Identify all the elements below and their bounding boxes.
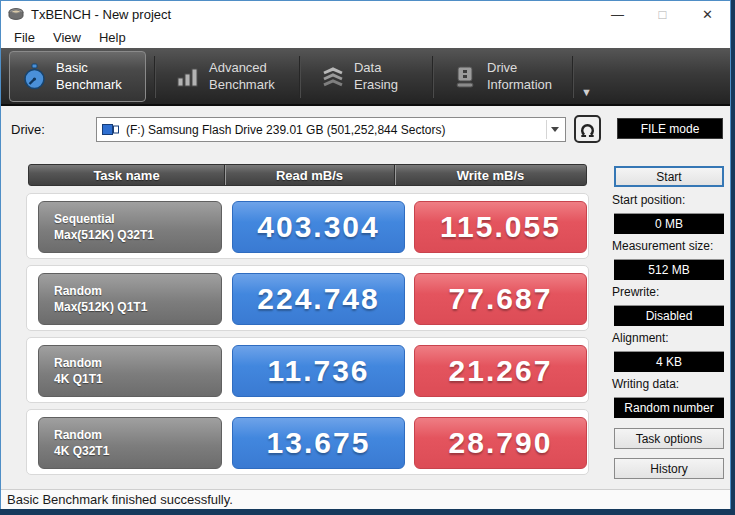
tab-label: Benchmark — [209, 77, 275, 92]
tab-label: Advanced — [209, 60, 267, 75]
menu-help[interactable]: Help — [90, 30, 135, 45]
drive-icon — [454, 65, 478, 89]
write-value: 77.687 — [414, 273, 587, 325]
table-row: Sequential Max(512K) Q32T1 403.304 115.0… — [26, 193, 589, 259]
writing-data-label: Writing data: — [612, 377, 679, 391]
close-icon[interactable]: ✕ — [685, 1, 730, 27]
task-label: Random — [54, 427, 221, 443]
menu-view[interactable]: View — [44, 30, 90, 45]
task-label: 4K Q1T1 — [54, 371, 221, 387]
start-button[interactable]: Start — [614, 166, 724, 187]
task-button-random-q1t1[interactable]: Random Max(512K) Q1T1 — [38, 273, 222, 325]
toolbar: Basic Benchmark Advanced Benchmark Data … — [1, 48, 730, 106]
drive-label: Drive: — [11, 122, 45, 137]
alignment-value: 4 KB — [614, 351, 724, 372]
status-bar: Basic Benchmark finished successfully. — [1, 489, 730, 509]
write-value: 28.790 — [414, 417, 587, 469]
eraser-icon — [321, 66, 345, 88]
write-value: 115.055 — [414, 201, 587, 253]
table-row: Random Max(512K) Q1T1 224.748 77.687 — [26, 265, 589, 331]
drive-selected-text: (F:) Samsung Flash Drive 239.01 GB (501,… — [126, 123, 546, 137]
bar-chart-icon — [176, 66, 200, 88]
drive-select[interactable]: (F:) Samsung Flash Drive 239.01 GB (501,… — [96, 117, 566, 142]
window-title: TxBENCH - New project — [31, 7, 171, 22]
tab-label: Basic — [56, 60, 88, 75]
task-label: Max(512K) Q32T1 — [54, 227, 221, 243]
start-position-value: 0 MB — [614, 213, 724, 234]
tab-label: Drive — [487, 60, 517, 75]
prewrite-value: Disabled — [614, 305, 724, 326]
app-icon — [8, 7, 25, 22]
toolbar-separator — [154, 56, 156, 98]
menu-bar: File View Help — [1, 27, 730, 48]
toolbar-separator — [572, 56, 574, 98]
write-value: 21.267 — [414, 345, 587, 397]
header-write: Write mB/s — [394, 165, 586, 185]
status-text: Basic Benchmark finished successfully. — [7, 492, 233, 507]
task-label: 4K Q32T1 — [54, 443, 221, 459]
txbench-window: TxBENCH - New project — □ ✕ File View He… — [0, 0, 731, 509]
history-button[interactable]: History — [614, 458, 724, 479]
combo-chevron-icon[interactable] — [546, 120, 563, 139]
task-button-random-4k-q32t1[interactable]: Random 4K Q32T1 — [38, 417, 222, 469]
menu-file[interactable]: File — [5, 30, 44, 45]
prewrite-label: Prewrite: — [612, 285, 659, 299]
file-mode-button[interactable]: FILE mode — [617, 118, 723, 139]
tab-advanced-benchmark[interactable]: Advanced Benchmark — [164, 51, 294, 102]
stopwatch-icon — [22, 63, 47, 91]
tab-basic-benchmark[interactable]: Basic Benchmark — [9, 51, 146, 102]
alignment-label: Alignment: — [612, 331, 669, 345]
start-position-label: Start position: — [612, 193, 685, 207]
tab-label: Information — [487, 77, 552, 92]
minimize-icon[interactable]: — — [595, 1, 640, 27]
maximize-icon[interactable]: □ — [640, 1, 685, 27]
table-row: Random 4K Q1T1 11.736 21.267 — [26, 337, 589, 403]
benchmark-rows: Sequential Max(512K) Q32T1 403.304 115.0… — [26, 193, 589, 481]
writing-data-value: Random number — [614, 397, 724, 418]
tab-data-erasing[interactable]: Data Erasing — [309, 51, 429, 102]
toolbar-separator — [299, 56, 301, 98]
read-value: 403.304 — [232, 201, 405, 253]
header-task-name: Task name — [29, 165, 224, 185]
toolbar-separator — [432, 56, 434, 98]
read-value: 13.675 — [232, 417, 405, 469]
tab-label: Data Erasing — [354, 60, 429, 93]
task-label: Max(512K) Q1T1 — [54, 299, 221, 315]
title-bar: TxBENCH - New project — □ ✕ — [1, 1, 730, 27]
tab-drive-information[interactable]: Drive Information — [442, 51, 569, 102]
chevron-down-icon[interactable]: ▼ — [581, 86, 592, 98]
tab-label: Benchmark — [56, 77, 122, 92]
measurement-size-label: Measurement size: — [612, 239, 713, 253]
table-header: Task name Read mB/s Write mB/s — [28, 164, 587, 186]
read-value: 224.748 — [232, 273, 405, 325]
refresh-icon — [578, 120, 597, 139]
refresh-drives-button[interactable] — [574, 115, 601, 143]
task-options-button[interactable]: Task options — [614, 428, 724, 449]
table-row: Random 4K Q32T1 13.675 28.790 — [26, 409, 589, 475]
task-button-random-4k-q1t1[interactable]: Random 4K Q1T1 — [38, 345, 222, 397]
task-label: Random — [54, 283, 221, 299]
usb-drive-icon — [102, 123, 120, 136]
task-button-sequential-q32t1[interactable]: Sequential Max(512K) Q32T1 — [38, 201, 222, 253]
task-label: Random — [54, 355, 221, 371]
measurement-size-value: 512 MB — [614, 259, 724, 280]
task-label: Sequential — [54, 211, 221, 227]
read-value: 11.736 — [232, 345, 405, 397]
header-read: Read mB/s — [224, 165, 394, 185]
